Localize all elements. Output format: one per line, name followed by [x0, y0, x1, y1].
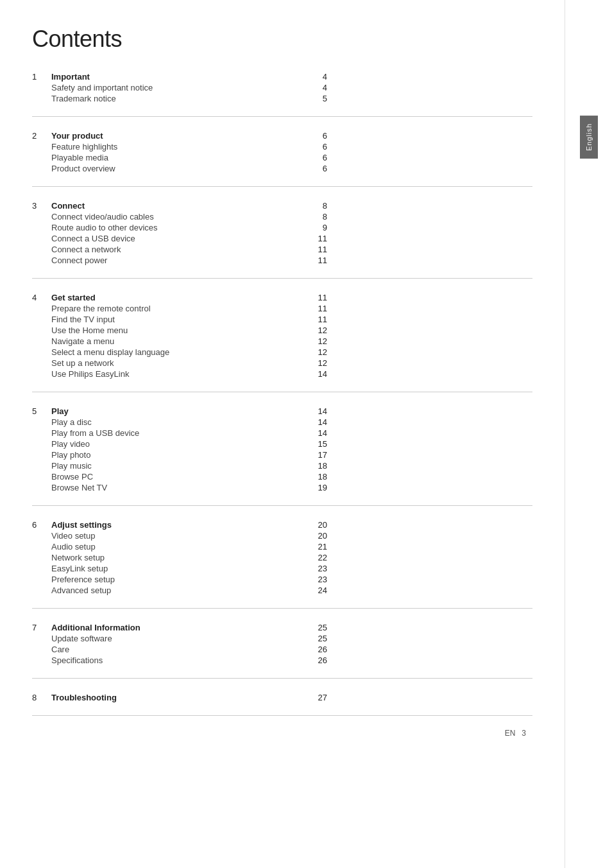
toc-section-title: Adjust settings [51, 520, 308, 530]
toc-sub-page: 17 [308, 450, 327, 460]
toc-main-row: 2Your product6 [32, 131, 327, 141]
toc-sub-label: Play from a USB device [51, 428, 308, 438]
toc-sub-page: 5 [308, 94, 327, 103]
footer-label: EN 3 [505, 729, 526, 738]
toc-sub-row: Product overview6 [32, 164, 327, 173]
toc-sub-row: Audio setup21 [32, 542, 327, 551]
toc-section-page: 27 [308, 693, 327, 702]
toc-sub-page: 9 [308, 223, 327, 232]
toc-sub-label: Specifications [51, 655, 308, 665]
toc-sub-row: Prepare the remote control11 [32, 304, 327, 313]
toc-main-row: 8Troubleshooting27 [32, 693, 327, 702]
toc-sub-row: Preference setup23 [32, 575, 327, 584]
toc-sub-label: Browse Net TV [51, 483, 308, 492]
toc-sub-label: Use Philips EasyLink [51, 369, 308, 379]
toc-container: 1Important4Safety and important notice4T… [32, 72, 532, 716]
toc-sub-page: 6 [308, 142, 327, 152]
toc-sub-page: 11 [308, 245, 327, 254]
toc-sub-label: Prepare the remote control [51, 304, 308, 313]
toc-section-number: 1 [32, 72, 51, 82]
toc-sub-page: 6 [308, 164, 327, 173]
toc-section: 5Play14Play a disc14Play from a USB devi… [32, 406, 532, 506]
toc-sub-row: Route audio to other devices9 [32, 223, 327, 232]
toc-sub-row: Browse PC18 [32, 472, 327, 482]
toc-section-title: Important [51, 72, 308, 82]
toc-sub-label: Select a menu display language [51, 347, 308, 357]
toc-main-row: 1Important4 [32, 72, 327, 82]
toc-sub-page: 12 [308, 326, 327, 335]
toc-section-page: 8 [308, 201, 327, 211]
sidebar-tab: English [580, 116, 598, 159]
toc-sub-page: 18 [308, 472, 327, 482]
toc-section-page: 11 [308, 293, 327, 302]
toc-section-page: 25 [308, 623, 327, 632]
toc-section-page: 14 [308, 406, 327, 416]
toc-sub-page: 24 [308, 586, 327, 595]
toc-sub-page: 25 [308, 634, 327, 643]
toc-section-number: 7 [32, 623, 51, 632]
toc-section: 1Important4Safety and important notice4T… [32, 72, 532, 117]
toc-sub-label: Play video [51, 439, 308, 449]
toc-sub-page: 8 [308, 212, 327, 221]
footer-row: EN 3 [32, 729, 532, 738]
toc-section: 2Your product6Feature highlights6Playabl… [32, 131, 532, 187]
toc-sub-row: Select a menu display language12 [32, 347, 327, 357]
toc-section-title: Connect [51, 201, 308, 211]
toc-sub-label: Connect power [51, 256, 308, 265]
toc-main-row: 5Play14 [32, 406, 327, 416]
toc-sub-row: Navigate a menu12 [32, 336, 327, 346]
toc-sub-page: 11 [308, 234, 327, 243]
toc-section-page: 6 [308, 131, 327, 141]
toc-sub-page: 18 [308, 461, 327, 471]
toc-section: 6Adjust settings20Video setup20Audio set… [32, 520, 532, 609]
toc-sub-row: Specifications26 [32, 655, 327, 665]
toc-sub-row: Play from a USB device14 [32, 428, 327, 438]
toc-sub-page: 23 [308, 575, 327, 584]
toc-sub-row: Connect a network11 [32, 245, 327, 254]
toc-sub-row: Connect a USB device11 [32, 234, 327, 243]
toc-sub-label: Set up a network [51, 358, 308, 368]
toc-section-number: 8 [32, 693, 51, 702]
toc-sub-page: 21 [308, 542, 327, 551]
toc-sub-row: Play a disc14 [32, 417, 327, 427]
toc-section-page: 20 [308, 520, 327, 530]
toc-sub-row: Use the Home menu12 [32, 326, 327, 335]
toc-sub-label: Trademark notice [51, 94, 308, 103]
toc-sub-page: 14 [308, 369, 327, 379]
toc-sub-page: 14 [308, 417, 327, 427]
toc-sub-page: 12 [308, 347, 327, 357]
toc-sub-label: Route audio to other devices [51, 223, 308, 232]
toc-sub-label: Safety and important notice [51, 83, 308, 92]
toc-sub-page: 14 [308, 428, 327, 438]
toc-sub-label: Care [51, 645, 308, 654]
toc-sub-page: 26 [308, 655, 327, 665]
toc-sub-row: Browse Net TV19 [32, 483, 327, 492]
toc-sub-page: 11 [308, 315, 327, 324]
toc-section-page: 4 [308, 72, 327, 82]
toc-sub-row: Feature highlights6 [32, 142, 327, 152]
toc-section-number: 5 [32, 406, 51, 416]
toc-section-title: Troubleshooting [51, 693, 308, 702]
toc-sub-page: 12 [308, 358, 327, 368]
toc-section-title: Additional Information [51, 623, 308, 632]
toc-sub-row: Play music18 [32, 461, 327, 471]
toc-sub-page: 4 [308, 83, 327, 92]
toc-sub-label: Network setup [51, 553, 308, 562]
toc-sub-label: Find the TV input [51, 315, 308, 324]
toc-sub-row: Find the TV input11 [32, 315, 327, 324]
toc-sub-row: Video setup20 [32, 531, 327, 541]
toc-sub-page: 20 [308, 531, 327, 541]
toc-section-title: Get started [51, 293, 308, 302]
toc-sub-label: Update software [51, 634, 308, 643]
toc-sub-label: Use the Home menu [51, 326, 308, 335]
toc-sub-label: Preference setup [51, 575, 308, 584]
toc-sub-page: 26 [308, 645, 327, 654]
toc-section: 7Additional Information25Update software… [32, 623, 532, 679]
toc-sub-label: Play photo [51, 450, 308, 460]
toc-sub-page: 22 [308, 553, 327, 562]
toc-section: 8Troubleshooting27 [32, 693, 532, 716]
page-container: Contents 1Important4Safety and important… [0, 0, 612, 868]
toc-sub-row: Connect power11 [32, 256, 327, 265]
toc-sub-label: Advanced setup [51, 586, 308, 595]
toc-sub-label: Audio setup [51, 542, 308, 551]
